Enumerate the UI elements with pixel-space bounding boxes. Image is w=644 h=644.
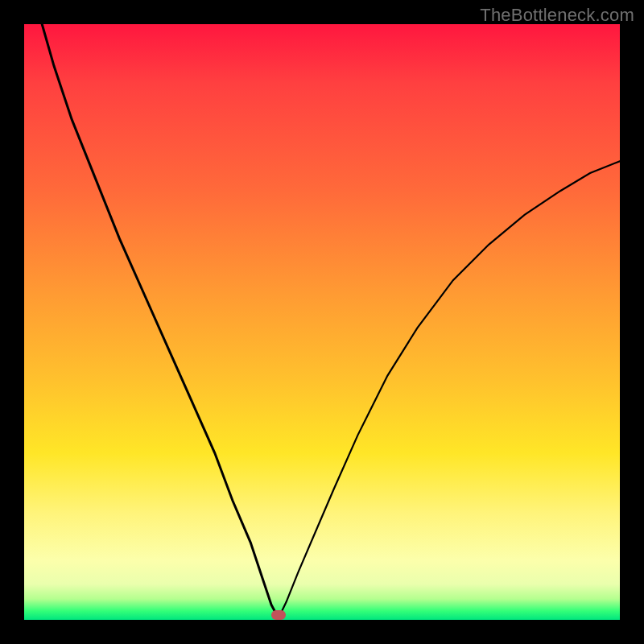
plot-area <box>24 24 620 620</box>
minimum-marker <box>271 610 286 620</box>
chart-frame: TheBottleneck.com <box>0 0 644 644</box>
watermark-text: TheBottleneck.com <box>480 5 634 26</box>
bottleneck-curve <box>24 24 620 620</box>
